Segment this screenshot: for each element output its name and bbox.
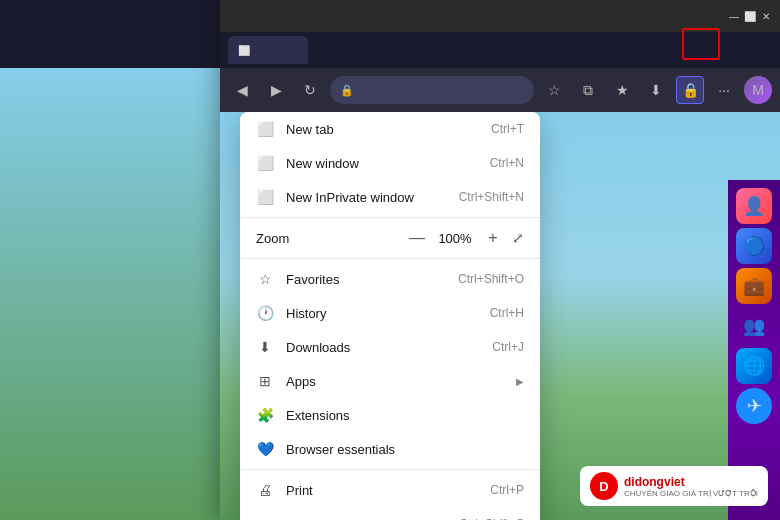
- favorites-icon: ☆: [256, 270, 274, 288]
- zoom-expand-button[interactable]: ⤢: [512, 230, 524, 246]
- sidebar-icon-3[interactable]: 💼: [736, 268, 772, 304]
- new-window-label: New window: [286, 156, 478, 171]
- extensions-nav-icon[interactable]: 🔒: [676, 76, 704, 104]
- menu-item-inprivate[interactable]: ⬜ New InPrivate window Ctrl+Shift+N: [240, 180, 540, 214]
- print-label: Print: [286, 483, 478, 498]
- zoom-minus-button[interactable]: —: [406, 227, 428, 249]
- more-menu-button[interactable]: ···: [710, 76, 738, 104]
- divider-3: [240, 469, 540, 470]
- watermark: D didongviet CHUYÊN GIAO GIÁ TRỊ VƯỢT TR…: [580, 466, 768, 506]
- history-shortcut: Ctrl+H: [490, 306, 524, 320]
- menu-item-history[interactable]: 🕐 History Ctrl+H: [240, 296, 540, 330]
- extensions-icon: 🧩: [256, 406, 274, 424]
- history-icon: 🕐: [256, 304, 274, 322]
- apps-label: Apps: [286, 374, 504, 389]
- downloads-nav-icon[interactable]: ⬇: [642, 76, 670, 104]
- browser-essentials-label: Browser essentials: [286, 442, 524, 457]
- menu-item-apps[interactable]: ⊞ Apps ▶: [240, 364, 540, 398]
- title-bar: — ⬜ ✕: [220, 0, 780, 32]
- close-button[interactable]: ✕: [760, 10, 772, 22]
- apps-icon: ⊞: [256, 372, 274, 390]
- zoom-label: Zoom: [256, 231, 398, 246]
- new-window-icon: ⬜: [256, 154, 274, 172]
- game-background: [0, 68, 220, 520]
- refresh-button[interactable]: ↻: [296, 76, 324, 104]
- sidebar-icon-2[interactable]: 🔵: [736, 228, 772, 264]
- context-menu: ⬜ New tab Ctrl+T ⬜ New window Ctrl+N ⬜ N…: [240, 112, 540, 520]
- watermark-sub: CHUYÊN GIAO GIÁ TRỊ VƯỢT TRỘI: [624, 489, 758, 498]
- zoom-control: Zoom — 100% + ⤢: [240, 221, 540, 255]
- browser-tab[interactable]: ⬜: [228, 36, 308, 64]
- favorites-shortcut: Ctrl+Shift+O: [458, 272, 524, 286]
- watermark-text: didongviet CHUYÊN GIAO GIÁ TRỊ VƯỢT TRỘI: [624, 475, 758, 498]
- inprivate-icon: ⬜: [256, 188, 274, 206]
- menu-item-new-window[interactable]: ⬜ New window Ctrl+N: [240, 146, 540, 180]
- menu-item-new-tab[interactable]: ⬜ New tab Ctrl+T: [240, 112, 540, 146]
- favorites-label: Favorites: [286, 272, 446, 287]
- browser-window: — ⬜ ✕ ⬜ ◀ ▶ ↻ 🔒 ☆ ⧉ ★ ⬇ 🔒 ··· M: [220, 0, 780, 520]
- tab-bar: ⬜: [220, 32, 780, 68]
- new-window-shortcut: Ctrl+N: [490, 156, 524, 170]
- zoom-controls: — 100% + ⤢: [406, 227, 524, 249]
- menu-item-downloads[interactable]: ⬇ Downloads Ctrl+J: [240, 330, 540, 364]
- profile-button[interactable]: M: [744, 76, 772, 104]
- menu-item-extensions[interactable]: 🧩 Extensions: [240, 398, 540, 432]
- menu-item-print[interactable]: 🖨 Print Ctrl+P: [240, 473, 540, 507]
- saved-icon[interactable]: ★: [608, 76, 636, 104]
- extensions-label: Extensions: [286, 408, 524, 423]
- browser-essentials-icon: 💙: [256, 440, 274, 458]
- downloads-icon: ⬇: [256, 338, 274, 356]
- zoom-value: 100%: [436, 231, 474, 246]
- menu-item-screenshot[interactable]: ✂ Screenshot Ctrl+Shift+S: [240, 507, 540, 520]
- screenshot-label: Screenshot: [286, 517, 447, 521]
- collections-icon[interactable]: ⧉: [574, 76, 602, 104]
- print-shortcut: Ctrl+P: [490, 483, 524, 497]
- screenshot-icon: ✂: [256, 515, 274, 520]
- sidebar-icon-5[interactable]: 🌐: [736, 348, 772, 384]
- history-label: History: [286, 306, 478, 321]
- new-tab-label: New tab: [286, 122, 479, 137]
- forward-button[interactable]: ▶: [262, 76, 290, 104]
- inprivate-label: New InPrivate window: [286, 190, 447, 205]
- menu-item-favorites[interactable]: ☆ Favorites Ctrl+Shift+O: [240, 262, 540, 296]
- apps-arrow-icon: ▶: [516, 376, 524, 387]
- zoom-plus-button[interactable]: +: [482, 227, 504, 249]
- sidebar-icon-6[interactable]: ✈: [736, 388, 772, 424]
- downloads-shortcut: Ctrl+J: [492, 340, 524, 354]
- address-bar[interactable]: 🔒: [330, 76, 534, 104]
- favorites-star-icon[interactable]: ☆: [540, 76, 568, 104]
- maximize-button[interactable]: ⬜: [744, 10, 756, 22]
- navigation-bar: ◀ ▶ ↻ 🔒 ☆ ⧉ ★ ⬇ 🔒 ··· M: [220, 68, 780, 112]
- new-tab-shortcut: Ctrl+T: [491, 122, 524, 136]
- watermark-brand: didongviet: [624, 475, 758, 489]
- browser-content: ⬜ New tab Ctrl+T ⬜ New window Ctrl+N ⬜ N…: [220, 112, 780, 520]
- minimize-button[interactable]: —: [728, 10, 740, 22]
- back-button[interactable]: ◀: [228, 76, 256, 104]
- watermark-logo: D: [590, 472, 618, 500]
- sidebar-icon-4[interactable]: 👥: [736, 308, 772, 344]
- inprivate-shortcut: Ctrl+Shift+N: [459, 190, 524, 204]
- downloads-label: Downloads: [286, 340, 480, 355]
- print-icon: 🖨: [256, 481, 274, 499]
- divider-2: [240, 258, 540, 259]
- new-tab-icon: ⬜: [256, 120, 274, 138]
- sidebar-icon-1[interactable]: 👤: [736, 188, 772, 224]
- divider-1: [240, 217, 540, 218]
- menu-item-browser-essentials[interactable]: 💙 Browser essentials: [240, 432, 540, 466]
